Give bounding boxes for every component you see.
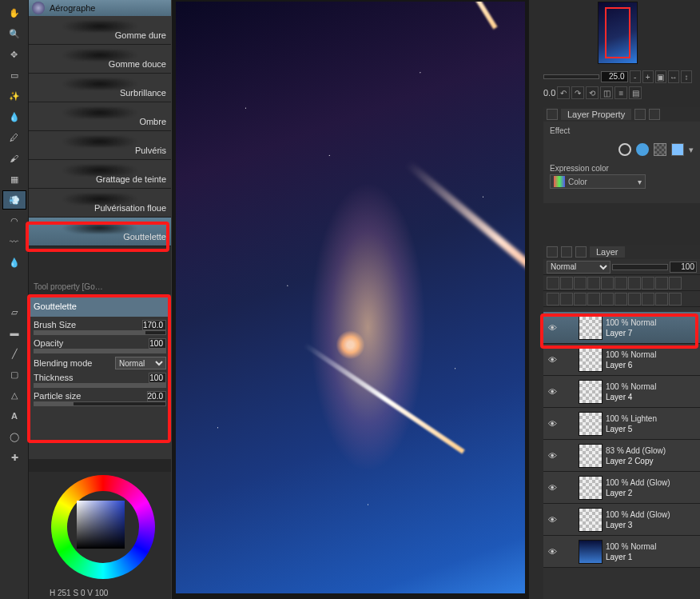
hand-tool-icon[interactable]: ✋ (2, 3, 26, 22)
color-sv-box[interactable] (77, 501, 125, 549)
zoom-slider[interactable] (543, 74, 599, 79)
hat-tool-icon[interactable]: ◠ (2, 211, 26, 230)
layer-row[interactable]: 👁100 % NormalLayer 6 (543, 344, 700, 376)
layer-visibility-icon[interactable]: 👁 (543, 323, 561, 333)
line-tool-icon[interactable]: ╱ (2, 344, 26, 363)
brush-item-grattage-de-teinte[interactable]: Grattage de teinte (29, 160, 171, 189)
brush-item-gomme-dure[interactable]: Gomme dure (29, 16, 171, 45)
prop-brush-size[interactable]: Brush Size 170.0 (29, 318, 171, 337)
layer-visibility-icon[interactable]: 👁 (543, 419, 561, 429)
layer-action-icon[interactable] (587, 293, 600, 305)
layer-row[interactable]: 👁100 % NormalLayer 4 (543, 376, 700, 408)
new-layer-icon[interactable] (547, 293, 559, 305)
layer-blend-select[interactable]: Normal (547, 261, 611, 274)
layer-action-icon[interactable] (655, 293, 668, 305)
layer-action-icon[interactable] (601, 293, 614, 305)
layer-visibility-icon[interactable]: 👁 (543, 387, 561, 397)
layer-action-icon[interactable] (574, 293, 587, 305)
layer-visibility-icon[interactable]: 👁 (543, 547, 561, 557)
prop-particle-size[interactable]: Particle size 20.0 (29, 389, 171, 408)
text-tool-icon[interactable]: A (2, 406, 26, 425)
prop-blending-mode[interactable]: Blending mode Normal (29, 355, 171, 371)
zoom-tool-icon[interactable]: 🔍 (2, 24, 26, 43)
layer-opt-icon[interactable] (601, 277, 614, 290)
layer-opt-icon[interactable] (655, 277, 668, 290)
prop-opacity[interactable]: Opacity 100 (29, 337, 171, 355)
layer-row[interactable]: 👁83 % Add (Glow)Layer 2 Copy (543, 440, 700, 472)
layer-row[interactable]: 👁100 % NormalLayer 7 (543, 312, 700, 344)
rotate-ccw-icon[interactable]: ↶ (557, 86, 570, 99)
layer-opt-icon[interactable] (628, 277, 641, 290)
screen-effect-icon[interactable] (654, 143, 666, 156)
zoom-in-icon[interactable]: + (642, 70, 654, 83)
balloon-tool-icon[interactable]: ◯ (2, 427, 26, 446)
pen-tool-icon[interactable]: 🖊 (2, 128, 26, 147)
brush-item-pulvérisation-floue[interactable]: Pulvérisation floue (29, 189, 171, 218)
blur-tool-icon[interactable]: 💧 (2, 253, 26, 272)
flip-v-icon[interactable]: ↕ (681, 70, 692, 83)
eyedropper-tool-icon[interactable]: 💧 (2, 107, 26, 126)
brush-item-pulvéris[interactable]: Pulvéris (29, 131, 171, 160)
eraser-tool-icon[interactable]: ▱ (2, 302, 26, 321)
expression-color-select[interactable]: Color ▾ (550, 174, 646, 189)
layer-action-icon[interactable] (614, 293, 627, 305)
layer-mask-icon[interactable] (642, 293, 654, 305)
view-opt-2-icon[interactable]: ≡ (614, 86, 627, 99)
smudge-tool-icon[interactable]: 〰 (2, 232, 26, 251)
fix-tool-icon[interactable]: ✚ (2, 448, 26, 467)
layer-row[interactable]: 👁100 % Add (Glow)Layer 3 (543, 504, 700, 536)
layer-visibility-icon[interactable]: 👁 (543, 483, 561, 493)
move-tool-icon[interactable]: ✥ (2, 45, 26, 64)
effect-buttons: ▾ (543, 138, 700, 161)
fill-tool-icon[interactable]: ▬ (2, 323, 26, 342)
layer-opt-icon[interactable] (547, 277, 559, 290)
layer-property-menu-2-icon[interactable] (649, 109, 660, 120)
brush-item-gomme-douce[interactable]: Gomme douce (29, 45, 171, 74)
wand-tool-icon[interactable]: ✨ (2, 86, 26, 106)
rotate-reset-icon[interactable]: ⟲ (586, 86, 599, 99)
fit-screen-icon[interactable]: ▣ (655, 70, 666, 83)
view-opt-1-icon[interactable]: ◫ (600, 86, 613, 99)
airbrush-tool-icon[interactable]: 💨 (2, 190, 26, 210)
layer-opacity-slider[interactable] (612, 264, 668, 270)
layer-opt-icon[interactable] (642, 277, 654, 290)
layer-row[interactable]: 👁100 % LightenLayer 5 (543, 408, 700, 440)
brush-item-surbrillance[interactable]: Surbrillance (29, 74, 171, 102)
prop-thickness[interactable]: Thickness 100 (29, 371, 171, 389)
navigator-thumbnail[interactable] (598, 2, 638, 64)
ruler-tool-icon[interactable]: △ (2, 385, 26, 405)
rotate-cw-icon[interactable]: ↷ (571, 86, 584, 99)
tool-property-brush-preview: Gouttelette (30, 296, 169, 317)
layer-opt-icon[interactable] (574, 277, 587, 290)
new-folder-icon[interactable] (560, 293, 573, 305)
layer-opacity-value[interactable]: 100 (670, 262, 697, 273)
layer-visibility-icon[interactable]: 👁 (543, 515, 561, 525)
layer-opt-icon[interactable] (560, 277, 573, 290)
layer-opt-icon[interactable] (614, 277, 627, 290)
rotation-value[interactable]: 0.0 (543, 88, 555, 98)
border-effect-icon[interactable] (618, 143, 631, 156)
layer-row[interactable]: 👁100 % NormalLayer 1 (543, 536, 700, 568)
tone-effect-icon[interactable] (636, 143, 649, 156)
layer-color-effect-icon[interactable] (671, 143, 684, 156)
shape-tool-icon[interactable]: ▢ (2, 365, 26, 384)
marquee-tool-icon[interactable]: ▭ (2, 66, 26, 85)
brush-tool-icon[interactable]: 🖌 (2, 149, 26, 168)
layer-action-icon[interactable] (628, 293, 641, 305)
layer-visibility-icon[interactable]: 👁 (543, 355, 561, 365)
layer-row[interactable]: 👁100 % Add (Glow)Layer 2 (543, 472, 700, 504)
layer-opt-icon[interactable] (669, 277, 682, 290)
zoom-out-icon[interactable]: - (630, 70, 641, 83)
gradient-tool-icon[interactable]: ▦ (2, 170, 26, 189)
layer-opt-icon[interactable] (587, 277, 600, 290)
layer-visibility-icon[interactable]: 👁 (543, 451, 561, 461)
brush-item-gouttelette[interactable]: Gouttelette (29, 218, 171, 246)
delete-layer-icon[interactable] (669, 293, 682, 305)
flip-h-icon[interactable]: ↔ (668, 70, 679, 83)
view-opt-3-icon[interactable]: ▤ (629, 86, 642, 99)
brush-item-ombre[interactable]: Ombre (29, 102, 171, 131)
canvas-area[interactable] (172, 0, 529, 599)
zoom-value[interactable]: 25.0 (601, 71, 628, 82)
layer-property-menu-1-icon[interactable] (634, 109, 646, 120)
brush-category-tab[interactable]: Aérographe (29, 0, 171, 16)
